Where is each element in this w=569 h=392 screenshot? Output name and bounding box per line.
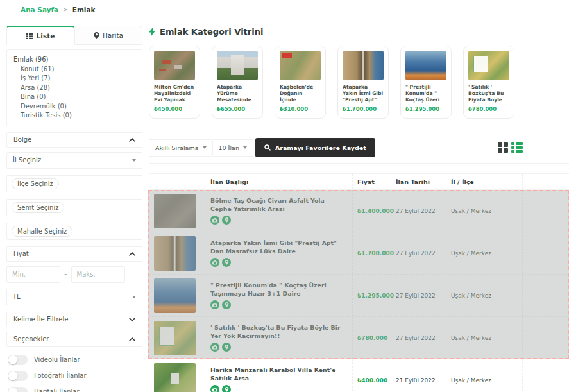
gutter-cell [523,359,569,392]
photo-badge-icon [210,343,219,352]
date-cell: 27 Eylül 2022 [391,190,446,232]
breadcrumb-current: Emlak [72,6,96,13]
category-bina[interactable]: Bina (0) [13,92,135,102]
thumb-cell [149,275,210,316]
toggle-switch[interactable] [8,371,28,381]
listing-photo [343,51,384,80]
location-badge-icon [222,258,231,267]
save-search-button[interactable]: Aramayı Favorilere Kaydet [255,138,375,157]
listing-location: Uşak / Merkez [451,293,491,299]
tab-harita[interactable]: Harita [74,26,142,45]
showcase-card[interactable]: Ataparka Yakın İsmi Gibi "Prestij Apt" ₺… [337,46,389,119]
toggle-fotografli[interactable]: Fotoğraflı İlanlar [8,371,142,381]
toggle-videolu[interactable]: Videolu İlanlar [8,355,142,365]
price-cell: ₺1.400.000 [353,190,391,232]
semt-select[interactable]: Semt Seçiniz [6,199,142,216]
chevron-up-icon [129,252,135,256]
listing-price: ₺1.400.000 [357,208,394,214]
list-view-icon[interactable] [511,142,523,153]
listing-row[interactable]: " Prestijli Konum'da " Koçtaş Üzeri Taşı… [149,275,569,317]
count-select-value: 10 İlan [219,144,239,151]
listing-badges [210,216,231,225]
count-select[interactable]: 10 İlan [213,139,253,157]
listing-title: Ataparka Yakın İsmi Gibi "Prestij Apt" D… [210,239,348,255]
card-price: ₺310.000 [280,106,321,112]
section-bolge[interactable]: Bölge [6,132,142,148]
price-cell: ₺780.000 [353,317,391,359]
sort-select[interactable]: Akıllı Sıralama [149,139,213,157]
max-price-input[interactable] [71,266,125,283]
ilce-select[interactable]: İlçe Seçiniz [6,175,142,192]
gutter-cell [523,190,569,232]
toggle-switch[interactable] [8,355,28,365]
showcase-card[interactable]: Milton Gm'den Hayalinizdeki Evi Yapmak ₺… [149,46,200,119]
min-price-input[interactable] [6,266,60,283]
thumb-cell [149,190,210,232]
category-emlak[interactable]: Emlak (96) [13,55,135,65]
gutter-cell [523,317,569,359]
list-icon [26,33,33,39]
card-title: Ataparka Yürüme Mesafesinde [217,84,258,103]
tab-harita-label: Harita [103,31,123,39]
listing-row[interactable]: Bölme Taş Ocağı Civarı Asfalt Yola Cephe… [149,190,569,232]
breadcrumb-home-link[interactable]: Ana Sayfa [21,6,58,13]
section-kelime[interactable]: Kelime İle Filtrele [6,312,142,327]
category-konut[interactable]: Konut (61) [13,65,135,74]
chevron-down-icon [203,146,207,149]
mahalle-select[interactable]: Mahalle Seçiniz [6,223,142,240]
showcase-card[interactable]: ' Satılık ' Bozkuş'ta Bu Fiyata Böyle ₺7… [463,46,514,119]
location-badge-icon [222,300,231,309]
section-bolge-label: Bölge [13,136,31,143]
breadcrumb-separator: > [63,6,68,13]
date-cell: 27 Eylül 2022 [391,275,446,316]
chevron-down-icon [129,318,135,321]
showcase-cards: Milton Gm'den Hayalinizdeki Evi Yapmak ₺… [149,46,569,119]
save-search-label: Aramayı Favorilere Kaydet [275,144,366,151]
title-cell: Ataparka Yakın İsmi Gibi "Prestij Apt" D… [210,232,353,274]
listing-row[interactable]: Harika Manzaralı Karabol Villa Kent'e Sa… [149,359,569,392]
section-fiyat[interactable]: Fiyat [6,246,142,262]
toggle-switch[interactable] [8,387,28,392]
date-cell: 21 Eylül 2022 [391,359,446,392]
date-cell: 27 Eylül 2022 [391,232,446,274]
listing-date: 27 Eylül 2022 [396,208,436,214]
currency-select[interactable]: TL [6,289,142,305]
header-title: İlan Başlığı [210,174,353,189]
map-pin-icon [94,32,99,39]
option-toggles: Videolu İlanlar Fotoğraflı İlanlar Harit… [6,355,142,392]
photo-badge-icon [210,300,219,309]
date-cell: 27 Eylül 2022 [391,317,446,359]
section-secenekler[interactable]: Seçenekler [6,332,142,347]
toggle-haritali[interactable]: Haritalı İlanlar [8,387,142,392]
category-arsa[interactable]: Arsa (28) [13,83,135,93]
showcase-title: Emlak Kategori Vitrini [160,27,263,37]
listing-date: 27 Eylül 2022 [396,335,436,341]
showcase-card[interactable]: " Prestijli Konum'da " Koçtaş Üzeri ₺1.2… [400,46,452,119]
listing-photo [468,51,509,80]
listing-row[interactable]: Ataparka Yakın İsmi Gibi "Prestij Apt" D… [149,232,569,275]
listing-badges [210,343,231,352]
section-kelime-label: Kelime İle Filtrele [13,316,68,323]
lightning-bolt-icon [149,27,156,37]
showcase-card[interactable]: Kaşbelen'de Doğanın İçinde ₺310.000 [275,46,326,119]
listing-title: ' Satılık ' Bozkuş'ta Bu Fiyata Böyle Bi… [210,324,348,340]
listing-photo [280,51,321,80]
category-devremulk[interactable]: Devremülk (0) [13,102,135,112]
category-is-yeri[interactable]: İş Yeri (7) [13,74,135,83]
showcase-card[interactable]: Ataparka Yürüme Mesafesinde ₺655.000 [212,46,263,119]
il-select[interactable]: İl Seçiniz [6,152,142,169]
listing-photo [405,51,446,80]
category-turistik[interactable]: Turistik Tesis (0) [13,111,135,121]
listing-row[interactable]: ' Satılık ' Bozkuş'ta Bu Fiyata Böyle Bi… [149,317,569,359]
listing-photo [154,51,195,80]
ilce-select-value: İlçe Seçiniz [12,178,59,189]
header-thumb-spacer [149,174,210,189]
thumb-cell [149,359,210,392]
table-header-row: İlan Başlığı Fiyat İlan Tarihi İl / İlçe [149,173,569,190]
grid-view-icon[interactable] [498,142,509,153]
chevron-down-icon [132,159,136,162]
card-price: ₺655.000 [217,106,258,112]
tab-liste[interactable]: Liste [6,26,74,45]
photo-badge-icon [210,216,219,225]
card-title: " Prestijli Konum'da " Koçtaş Üzeri [405,84,446,103]
